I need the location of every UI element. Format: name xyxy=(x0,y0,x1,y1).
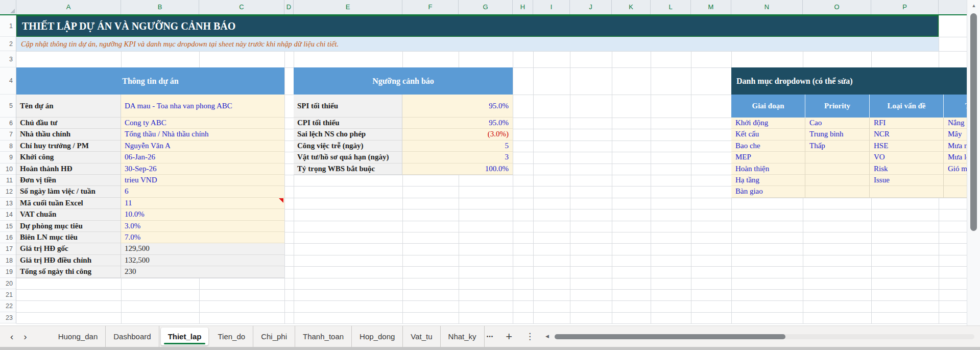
dropdown-cell[interactable]: Hoàn thiện xyxy=(731,164,805,175)
dropdown-cell[interactable]: Mưa lớn xyxy=(944,152,967,163)
project-row-label[interactable]: Đơn vị tiền xyxy=(16,175,121,186)
project-info-header[interactable]: Thông tin dự án xyxy=(16,67,284,95)
project-row-label[interactable]: Giá trị HĐ gốc xyxy=(16,243,121,254)
dropdown-cell[interactable] xyxy=(944,186,967,197)
row-header-11[interactable]: 11 xyxy=(0,175,16,186)
project-row-value[interactable]: Cong ty ABC xyxy=(121,118,284,129)
threshold-row-value[interactable]: 5 xyxy=(402,141,513,152)
column-header-G[interactable]: G xyxy=(459,0,513,14)
sheet-tab-hop-dong[interactable]: Hop_dong xyxy=(352,326,403,347)
threshold-row-value[interactable]: (3.0%) xyxy=(402,129,513,140)
horizontal-scroll-thumb[interactable] xyxy=(555,334,785,339)
project-row-value[interactable]: 3.0% xyxy=(121,221,284,232)
column-header-D[interactable]: D xyxy=(284,0,294,14)
project-row-value[interactable]: 6 xyxy=(121,186,284,197)
column-header-P[interactable]: P xyxy=(871,0,939,14)
dropdown-cell[interactable]: NCR xyxy=(870,129,944,140)
dropdown-cell[interactable]: RFI xyxy=(870,118,944,129)
row-header-7[interactable]: 7 xyxy=(0,129,16,140)
column-header-B[interactable]: B xyxy=(121,0,199,14)
dropdown-cell[interactable]: Mưa nhỏ xyxy=(944,141,967,152)
threshold-row-label[interactable]: CPI tối thiểu xyxy=(294,118,402,129)
project-row-value[interactable]: DA mau - Toa nha van phong ABC xyxy=(121,95,284,118)
project-row-label[interactable]: Hoàn thành HĐ xyxy=(16,164,121,175)
dropdown-cell[interactable]: MEP xyxy=(731,152,805,163)
row-header-5[interactable]: 5 xyxy=(0,95,16,118)
threshold-row-label[interactable]: Tỷ trọng WBS bắt buộc xyxy=(294,164,402,175)
hscroll-left-icon[interactable]: ◀ xyxy=(545,334,549,339)
column-header-O[interactable]: O xyxy=(803,0,871,14)
project-row-value[interactable]: 06-Jan-26 xyxy=(121,152,284,163)
row-header-16[interactable]: 16 xyxy=(0,232,16,243)
row-header-14[interactable]: 14 xyxy=(0,209,16,220)
dropdown-cell[interactable] xyxy=(805,164,870,175)
row-header-20[interactable]: 20 xyxy=(0,278,16,289)
project-row-label[interactable]: Chủ đầu tư xyxy=(16,118,121,129)
dropdown-cell[interactable]: Issue xyxy=(870,175,944,186)
row-header-23[interactable]: 23 xyxy=(0,312,16,323)
project-row-label[interactable]: Mã cuối tuần Excel xyxy=(16,198,121,209)
dropdown-cell[interactable]: Risk xyxy=(870,164,944,175)
dropdown-cell[interactable]: Thấp xyxy=(805,141,870,152)
vertical-scroll-thumb[interactable] xyxy=(970,13,977,231)
dropdown-col-header[interactable]: Loại vấn đề xyxy=(870,95,944,118)
more-tabs-icon[interactable]: ••• xyxy=(487,334,494,339)
row-header-2[interactable]: 2 xyxy=(0,37,16,51)
column-header-C[interactable]: C xyxy=(199,0,284,14)
project-row-value[interactable]: trieu VND xyxy=(121,175,284,186)
column-header-N[interactable]: N xyxy=(731,0,803,14)
row-header-12[interactable]: 12 xyxy=(0,186,16,197)
sheet-note-cell[interactable]: Cập nhật thông tin dự án, ngưỡng KPI và … xyxy=(16,37,939,51)
project-row-value[interactable]: 132,500 xyxy=(121,255,284,266)
sheet-tab-thiet-lap[interactable]: Thiet_lap xyxy=(161,328,209,345)
row-header-15[interactable]: 15 xyxy=(0,221,16,232)
threshold-row-label[interactable]: SPI tối thiểu xyxy=(294,95,402,118)
dropdown-cell[interactable] xyxy=(805,152,870,163)
tabs-nav-left-icon[interactable]: ‹ xyxy=(10,326,13,347)
threshold-row-value[interactable]: 95.0% xyxy=(402,118,513,129)
project-row-label[interactable]: Tên dự án xyxy=(16,95,121,118)
dropdown-cell[interactable] xyxy=(944,175,967,186)
project-row-label[interactable]: Nhà thầu chính xyxy=(16,129,121,140)
threshold-row-label[interactable]: Vật tư/hồ sơ quá hạn (ngày) xyxy=(294,152,402,163)
dropdown-col-header[interactable]: Giai đoạn xyxy=(731,95,805,118)
dropdown-col-header[interactable]: Priority xyxy=(805,95,870,118)
dropdown-cell[interactable] xyxy=(805,186,870,197)
row-header-10[interactable]: 10 xyxy=(0,164,16,175)
project-row-value[interactable]: 129,500 xyxy=(121,243,284,254)
sheet-menu-icon[interactable]: ⋮ xyxy=(525,331,534,342)
project-row-label[interactable]: Biên LN mục tiêu xyxy=(16,232,121,243)
row-header-17[interactable]: 17 xyxy=(0,243,16,254)
sheet-tab-thanh-toan[interactable]: Thanh_toan xyxy=(295,326,352,347)
column-header-F[interactable]: F xyxy=(402,0,459,14)
project-row-label[interactable]: Chỉ huy trưởng / PM xyxy=(16,141,121,152)
project-row-value[interactable]: 230 xyxy=(121,266,284,277)
dropdown-cell[interactable]: Hạ tầng xyxy=(731,175,805,186)
sheet-tab-huong-dan[interactable]: Huong_dan xyxy=(51,326,106,347)
sheet-tab-tien-do[interactable]: Tien_do xyxy=(210,326,253,347)
dropdown-cell[interactable]: Nắng xyxy=(944,118,967,129)
dropdown-cell[interactable]: Kết cấu xyxy=(731,129,805,140)
dropdown-cell[interactable]: VO xyxy=(870,152,944,163)
tabs-nav-right-icon[interactable]: › xyxy=(23,326,27,347)
row-header-1[interactable]: 1 xyxy=(0,15,16,37)
dropdown-cell[interactable]: Gió mạnh xyxy=(944,164,967,175)
dropdown-col-header[interactable]: Thời tiết xyxy=(944,95,967,118)
project-row-label[interactable]: Số ngày làm việc / tuần xyxy=(16,186,121,197)
threshold-row-value[interactable]: 3 xyxy=(402,152,513,163)
dropdown-cell[interactable]: Bao che xyxy=(731,141,805,152)
project-row-label[interactable]: Khởi công xyxy=(16,152,121,163)
project-row-value[interactable]: Nguyễn Văn A xyxy=(121,141,284,152)
row-header-8[interactable]: 8 xyxy=(0,141,16,152)
row-header-19[interactable]: 19 xyxy=(0,266,16,277)
vertical-scrollbar[interactable]: ▲ xyxy=(967,0,980,325)
sheet-tab-chi-phi[interactable]: Chi_phi xyxy=(253,326,295,347)
column-header-H[interactable]: H xyxy=(513,0,533,14)
project-row-label[interactable]: Dự phòng mục tiêu xyxy=(16,221,121,232)
row-header-6[interactable]: 6 xyxy=(0,118,16,129)
project-row-label[interactable]: Giá trị HĐ điều chỉnh xyxy=(16,255,121,266)
threshold-row-label[interactable]: Sai lệch NS cho phép xyxy=(294,129,402,140)
add-sheet-icon[interactable]: + xyxy=(506,330,512,343)
column-header-I[interactable]: I xyxy=(533,0,570,14)
threshold-row-label[interactable]: Công việc trễ (ngày) xyxy=(294,141,402,152)
